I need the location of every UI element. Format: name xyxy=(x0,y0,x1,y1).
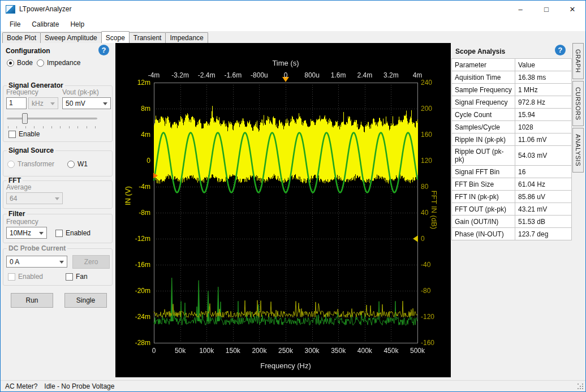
help-icon[interactable]: ? xyxy=(98,45,109,55)
slider-tick-mark xyxy=(8,126,8,128)
tab-bode-plot[interactable]: Bode Plot xyxy=(2,32,41,43)
bode-radio[interactable]: Bode xyxy=(7,59,33,67)
fan-label: Fan xyxy=(76,273,88,281)
slider-tick-mark xyxy=(95,126,96,128)
fan-checkbox-row[interactable]: Fan xyxy=(66,273,88,281)
transformer-radio[interactable]: Transformer xyxy=(7,160,54,169)
param-cell: FFT IN (pk-pk) xyxy=(452,191,515,203)
help-icon[interactable]: ? xyxy=(555,45,566,55)
tab-bar: Bode PlotSweep AmplitudeScopeTransientIm… xyxy=(1,31,585,43)
close-icon[interactable]: ✕ xyxy=(559,1,585,18)
signal-source-title: Signal Source xyxy=(7,147,55,154)
param-cell: Ripple OUT (pk-pk) xyxy=(452,146,515,166)
tab-transient[interactable]: Transient xyxy=(129,32,166,43)
zero-button[interactable]: Zero xyxy=(72,255,110,269)
analysis-row: Aquisition Time16.38 ms xyxy=(452,71,572,84)
value-cell: 43.21 mV xyxy=(515,203,572,216)
minimize-icon[interactable]: – xyxy=(507,1,533,18)
analysis-row: FFT OUT (pk-pk)43.21 mV xyxy=(452,203,572,216)
transformer-radio-label: Transformer xyxy=(18,160,54,168)
fft-group: FFT Average 64 xyxy=(3,180,113,209)
dc-probe-current-select[interactable]: 0 A xyxy=(6,256,67,268)
menu-item-file[interactable]: File xyxy=(4,18,26,31)
param-cell: Signal FFT Bin xyxy=(452,166,515,178)
value-cell: 51.53 dB xyxy=(515,216,572,228)
value-cell: 15.94 xyxy=(515,109,572,121)
value-cell: 16 xyxy=(515,166,572,178)
analysis-row: Gain (OUT/IN)51.53 dB xyxy=(452,216,572,228)
slider-thumb[interactable] xyxy=(22,113,28,124)
side-tab-strip: GRAPHCURSORSANALYSIS xyxy=(572,43,586,381)
signal-generator-group: Signal Generator Frequency 1 kHz Vout (p… xyxy=(3,85,113,142)
app-icon xyxy=(6,5,15,14)
tab-impedance[interactable]: Impedance xyxy=(165,32,208,43)
average-select[interactable]: 64 xyxy=(6,192,63,204)
slider-tick-mark xyxy=(43,126,44,128)
value-cell: 16.38 ms xyxy=(515,71,572,84)
w1-radio[interactable]: W1 xyxy=(67,160,88,169)
frequency-unit-value: kHz xyxy=(32,100,44,107)
slider-tick-mark xyxy=(25,126,26,128)
param-cell: FFT OUT (pk-pk) xyxy=(452,203,515,216)
dc-probe-enabled-checkbox-row[interactable]: Enabled xyxy=(8,273,43,281)
filter-frequency-select[interactable]: 10MHz xyxy=(6,227,47,239)
param-cell: Aquisition Time xyxy=(452,71,515,84)
value-cell: 85.86 uV xyxy=(515,191,572,203)
w1-radio-label: W1 xyxy=(77,160,88,168)
checkbox-icon xyxy=(8,131,16,138)
param-cell: Sample Frequency xyxy=(452,84,515,96)
param-cell: Phase (IN-OUT) xyxy=(452,228,515,240)
param-cell: FFT Bin Size xyxy=(452,178,515,191)
slider-tick-mark xyxy=(87,126,87,128)
menu-item-help[interactable]: Help xyxy=(64,18,90,31)
vout-select[interactable]: 50 mV xyxy=(62,97,111,109)
slider-tick-mark xyxy=(60,126,61,128)
param-cell: Samples/Cycle xyxy=(452,121,515,133)
checkbox-icon xyxy=(55,230,63,237)
radio-icon xyxy=(7,59,14,67)
menu-item-calibrate[interactable]: Calibrate xyxy=(26,18,64,31)
frequency-unit-select[interactable]: kHz xyxy=(28,97,58,109)
analysis-table: ParameterValue Aquisition Time16.38 msSa… xyxy=(451,58,572,240)
filter-frequency-value: 10MHz xyxy=(10,229,31,237)
side-tab-graph[interactable]: GRAPH xyxy=(572,43,584,79)
radio-icon xyxy=(7,161,15,168)
impedance-radio[interactable]: Impedance xyxy=(37,59,80,67)
analysis-row: Signal Frequency972.8 Hz xyxy=(452,96,572,109)
maximize-icon[interactable]: □ xyxy=(533,1,559,18)
dc-probe-enabled-label: Enabled xyxy=(18,273,43,281)
value-cell: 123.7 deg xyxy=(515,228,572,240)
filter-enabled-checkbox-row[interactable]: Enabled xyxy=(55,229,91,238)
param-cell: Cycle Count xyxy=(452,109,515,121)
scope-plot-canvas[interactable] xyxy=(115,43,451,377)
tab-sweep-amplitude[interactable]: Sweep Amplitude xyxy=(40,32,102,43)
value-cell: 61.04 Hz xyxy=(515,178,572,191)
slider-tick-mark xyxy=(16,126,17,128)
status-bar: AC Meter? Idle - No Probe Voltage xyxy=(1,380,585,391)
single-button[interactable]: Single xyxy=(64,293,107,308)
run-button[interactable]: Run xyxy=(11,293,53,308)
dc-probe-group: DC Probe Current 0 A Zero Enabled Fan xyxy=(3,248,113,286)
param-cell: Signal Frequency xyxy=(452,96,515,109)
resize-grip-icon[interactable] xyxy=(577,383,584,390)
slider-tick-mark xyxy=(34,126,35,128)
frequency-label: Frequency xyxy=(6,88,38,96)
menu-bar: FileCalibrateHelp xyxy=(1,18,585,31)
dc-probe-title: DC Probe Current xyxy=(7,244,67,252)
column-header: Parameter xyxy=(452,59,515,71)
amplitude-slider[interactable] xyxy=(7,113,97,129)
side-tab-cursors[interactable]: CURSORS xyxy=(572,81,584,127)
filter-title: Filter xyxy=(7,210,27,218)
ac-meter-status: AC Meter? xyxy=(5,382,37,390)
side-tab-analysis[interactable]: ANALYSIS xyxy=(572,128,584,173)
analysis-row: FFT Bin Size61.04 Hz xyxy=(452,178,572,191)
filter-group: Filter Frequency 10MHz Enabled xyxy=(3,214,113,243)
enable-label: Enable xyxy=(19,130,40,138)
enable-checkbox-row[interactable]: Enable xyxy=(8,130,40,139)
param-cell: Ripple IN (pk-pk) xyxy=(452,133,515,146)
checkbox-icon xyxy=(66,273,73,281)
frequency-input[interactable]: 1 xyxy=(6,97,27,109)
window-controls: – □ ✕ xyxy=(507,1,585,18)
tab-scope[interactable]: Scope xyxy=(101,31,130,43)
dc-probe-current-value: 0 A xyxy=(10,258,19,266)
